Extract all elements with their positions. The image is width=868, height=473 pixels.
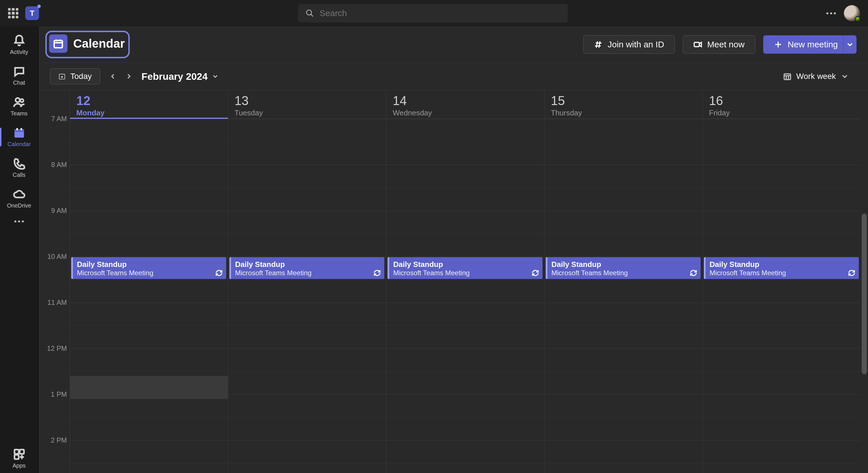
rail-chat[interactable]: Chat: [0, 61, 38, 90]
svg-rect-5: [14, 129, 24, 132]
rail-more-icon[interactable]: [14, 215, 24, 228]
search-icon: [305, 9, 314, 18]
people-icon: [13, 96, 26, 108]
today-button[interactable]: Today: [50, 68, 100, 84]
svg-line-1: [311, 14, 313, 17]
calendar-toolbar: Today February 2024 Work week: [38, 63, 868, 90]
event-subtitle: Microsoft Teams Meeting: [393, 269, 538, 277]
month-picker[interactable]: February 2024: [142, 71, 219, 82]
calendar-event[interactable]: Daily StandupMicrosoft Teams Meeting: [704, 257, 859, 279]
day-number: 13: [235, 94, 380, 108]
day-name: Monday: [76, 108, 222, 117]
svg-rect-8: [14, 450, 19, 454]
join-with-id-button[interactable]: Join with an ID: [583, 35, 675, 54]
rail-label: Chat: [13, 80, 25, 86]
day-column[interactable]: 12MondayDaily StandupMicrosoft Teams Mee…: [70, 90, 228, 473]
cloud-icon: [13, 188, 26, 201]
day-name: Friday: [709, 108, 854, 117]
svg-rect-19: [694, 42, 699, 47]
rail-label: Calendar: [7, 141, 31, 148]
event-title: Daily Standup: [235, 260, 380, 269]
vertical-scrollbar[interactable]: [861, 90, 868, 473]
day-number: 12: [76, 94, 222, 108]
search-input[interactable]: [320, 8, 560, 18]
chat-icon: [13, 65, 26, 78]
day-name: Thursday: [551, 108, 696, 117]
day-header[interactable]: 12Monday: [70, 90, 228, 119]
day-header[interactable]: 16Friday: [703, 90, 861, 119]
svg-rect-10: [14, 455, 19, 459]
day-column[interactable]: 13TuesdayDaily StandupMicrosoft Teams Me…: [228, 90, 386, 473]
rail-onedrive[interactable]: OneDrive: [0, 184, 38, 213]
event-title: Daily Standup: [77, 260, 222, 269]
event-title: Daily Standup: [551, 260, 696, 269]
current-time-block: [70, 376, 228, 399]
day-header[interactable]: 14Wednesday: [386, 90, 544, 119]
hour-label: 1 PM: [51, 390, 67, 398]
scrollbar-thumb[interactable]: [862, 214, 867, 374]
rail-apps[interactable]: Apps: [0, 444, 38, 473]
view-label: Work week: [796, 72, 836, 81]
svg-point-2: [16, 98, 20, 102]
hour-label: 9 AM: [51, 207, 67, 215]
calendar-grid[interactable]: 12MondayDaily StandupMicrosoft Teams Mee…: [70, 90, 861, 473]
rail-calendar[interactable]: Calendar: [0, 123, 38, 152]
calendar-icon: [13, 127, 26, 139]
day-number: 16: [709, 94, 854, 108]
recurring-icon: [848, 269, 856, 277]
time-gutter: 7 AM8 AM9 AM10 AM11 AM12 PM1 PM2 PM: [38, 90, 70, 473]
calendar-event[interactable]: Daily StandupMicrosoft Teams Meeting: [71, 257, 226, 279]
new-meeting-dropdown[interactable]: [843, 35, 856, 54]
svg-rect-9: [20, 450, 24, 454]
view-switcher[interactable]: Work week: [776, 68, 857, 84]
calendar-event[interactable]: Daily StandupMicrosoft Teams Meeting: [229, 257, 384, 279]
event-subtitle: Microsoft Teams Meeting: [551, 269, 696, 277]
day-column[interactable]: 15ThursdayDaily StandupMicrosoft Teams M…: [545, 90, 703, 473]
calendar-event[interactable]: Daily StandupMicrosoft Teams Meeting: [388, 257, 542, 279]
user-avatar[interactable]: [844, 5, 860, 21]
next-week-button[interactable]: [121, 69, 136, 84]
rail-label: Calls: [12, 171, 25, 178]
app-rail: Activity Chat Teams Calendar Calls OneDr…: [0, 26, 38, 473]
hour-label: 10 AM: [48, 253, 67, 261]
calendar-event[interactable]: Daily StandupMicrosoft Teams Meeting: [546, 257, 701, 279]
teams-app-badge: T: [25, 6, 39, 20]
rail-label: Apps: [12, 462, 26, 469]
rail-label: Teams: [11, 110, 28, 117]
meet-now-button[interactable]: Meet now: [683, 35, 755, 54]
rail-label: OneDrive: [7, 202, 31, 209]
recurring-icon: [532, 269, 539, 277]
app-launcher-icon[interactable]: [8, 8, 19, 19]
bell-icon: [13, 34, 26, 47]
settings-more-icon[interactable]: [826, 12, 836, 14]
button-label: Meet now: [707, 40, 745, 50]
search-box[interactable]: [298, 4, 568, 22]
chevron-down-icon: [846, 40, 854, 49]
day-header[interactable]: 15Thursday: [545, 90, 702, 119]
rail-calls[interactable]: Calls: [0, 153, 38, 182]
video-icon: [693, 40, 702, 49]
day-column[interactable]: 14WednesdayDaily StandupMicrosoft Teams …: [386, 90, 545, 473]
calendar-app-icon: [49, 34, 67, 53]
rail-activity[interactable]: Activity: [0, 30, 38, 59]
rail-teams[interactable]: Teams: [0, 92, 38, 121]
chevron-right-icon: [125, 72, 133, 81]
rail-label: Activity: [10, 49, 28, 55]
hour-label: 11 AM: [48, 298, 67, 307]
chevron-left-icon: [109, 72, 117, 81]
day-column[interactable]: 16FridayDaily StandupMicrosoft Teams Mee…: [703, 90, 861, 473]
svg-point-0: [306, 10, 311, 15]
day-number: 14: [393, 94, 538, 108]
page-title-highlight: Calendar: [45, 31, 130, 58]
day-header[interactable]: 13Tuesday: [228, 90, 386, 119]
svg-rect-24: [784, 74, 791, 80]
svg-line-18: [599, 41, 600, 48]
new-meeting-button[interactable]: New meeting: [763, 35, 857, 54]
calendar-today-icon: [58, 73, 66, 80]
day-name: Wednesday: [393, 108, 538, 117]
day-number: 15: [551, 94, 696, 108]
prev-week-button[interactable]: [105, 69, 120, 84]
svg-point-3: [20, 99, 23, 102]
plus-icon: [774, 40, 782, 49]
hash-icon: [594, 40, 602, 49]
